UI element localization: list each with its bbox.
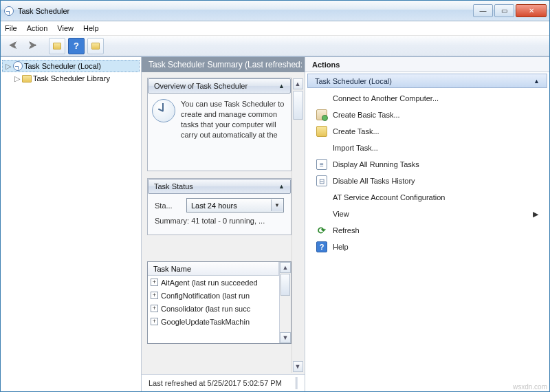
actions-subheader[interactable]: Task Scheduler (Local) ▲	[307, 74, 547, 88]
toolbar-btn-1[interactable]	[49, 38, 65, 54]
status-range-value: Last 24 hours	[191, 202, 237, 210]
overview-panel: Overview of Task Scheduler ▲ You can use…	[147, 78, 292, 171]
dropdown-icon[interactable]: ▼	[271, 199, 283, 211]
collapse-icon[interactable]: ▲	[534, 78, 540, 85]
center-column: Overview of Task Scheduler ▲ You can use…	[147, 78, 292, 373]
center-pane: Task Scheduler Summary (Last refreshed: …	[142, 57, 305, 391]
scroll-thumb[interactable]	[280, 274, 290, 296]
close-button[interactable]: ✕	[516, 4, 547, 17]
center-statusbar: Last refreshed at 5/25/2017 5:02:57 PM	[142, 374, 305, 391]
task-status-header[interactable]: Task Status ▲	[148, 179, 291, 194]
action-connect[interactable]: Connect to Another Computer...	[311, 90, 544, 107]
tree-library[interactable]: ▷ Task Scheduler Library	[2, 72, 140, 85]
action-create-task[interactable]: Create Task...	[311, 123, 544, 140]
tree-pane[interactable]: ▷ Task Scheduler (Local) ▷ Task Schedule…	[1, 57, 142, 391]
watermark: wsxdn.com	[513, 383, 547, 391]
action-help[interactable]: Help	[311, 239, 544, 255]
center-scrollbar[interactable]: ▲ ▼	[292, 78, 303, 373]
action-import-task[interactable]: Import Task...	[311, 140, 544, 156]
task-status-panel: Task Status ▲ Sta... Last 24 hours ▼ Sum…	[147, 178, 292, 235]
status-range-combo[interactable]: Last 24 hours ▼	[186, 198, 284, 213]
action-display-running[interactable]: Display All Running Tasks	[311, 156, 544, 173]
back-button[interactable]: ⮜	[5, 38, 21, 54]
tree-library-label: Task Scheduler Library	[33, 74, 110, 83]
scroll-up-icon[interactable]: ▲	[293, 78, 303, 89]
action-create-basic-task[interactable]: Create Basic Task...	[311, 107, 544, 123]
menu-view[interactable]: View	[57, 24, 74, 32]
app-icon	[3, 6, 14, 17]
clock-icon	[152, 99, 175, 122]
tree-root-label: Task Scheduler (Local)	[24, 62, 101, 70]
maximize-button[interactable]: ▭	[494, 4, 514, 17]
table-scrollbar[interactable]: ▲ ▼	[279, 262, 291, 343]
app-window: Task Scheduler — ▭ ✕ File Action View He…	[0, 0, 550, 392]
scroll-up-icon[interactable]: ▲	[280, 262, 291, 273]
expand-icon[interactable]: +	[151, 292, 158, 299]
tree-root[interactable]: ▷ Task Scheduler (Local)	[2, 60, 140, 72]
task-row[interactable]: +Consolidator (last run succ	[148, 302, 279, 315]
actions-list: Connect to Another Computer... Create Ba…	[305, 90, 549, 255]
history-icon	[316, 175, 327, 186]
action-view[interactable]: View ▶	[311, 206, 544, 222]
blank-icon	[316, 93, 327, 104]
task-row[interactable]: +ConfigNotification (last run	[148, 289, 279, 302]
blank-icon	[316, 208, 327, 219]
expand-icon[interactable]: +	[151, 305, 158, 312]
last-refreshed: Last refreshed at 5/25/2017 5:02:57 PM	[148, 379, 282, 387]
menu-file[interactable]: File	[5, 24, 17, 32]
minimize-button[interactable]: —	[473, 4, 493, 17]
blank-icon	[316, 192, 327, 203]
main-body: ▷ Task Scheduler (Local) ▷ Task Schedule…	[1, 56, 549, 391]
expand-icon[interactable]: ▷	[4, 62, 12, 71]
action-disable-history[interactable]: Disable All Tasks History	[311, 173, 544, 189]
overview-title: Overview of Task Scheduler	[154, 82, 248, 90]
titlebar[interactable]: Task Scheduler — ▭ ✕	[1, 1, 549, 21]
actions-pane: Actions Task Scheduler (Local) ▲ Connect…	[305, 57, 549, 391]
overview-body: You can use Task Scheduler to create and…	[148, 94, 291, 171]
task-icon	[316, 109, 327, 120]
scroll-down-icon[interactable]: ▼	[293, 361, 303, 372]
status-filter-row: Sta... Last 24 hours ▼	[148, 194, 291, 215]
toolbar: ⮜ ⮞ ?	[1, 36, 549, 56]
task-row[interactable]: +AitAgent (last run succeeded	[148, 276, 279, 289]
folder-icon	[22, 75, 32, 83]
clock-icon	[13, 61, 23, 71]
help-icon	[316, 241, 327, 252]
action-at-service[interactable]: AT Service Account Configuration	[311, 189, 544, 206]
expand-icon[interactable]: +	[151, 318, 158, 325]
status-label: Sta...	[155, 202, 181, 210]
folder-icon	[316, 126, 327, 137]
task-status-title: Task Status	[154, 182, 193, 190]
actions-subheader-label: Task Scheduler (Local)	[315, 77, 392, 85]
expand-icon[interactable]: ▷	[13, 74, 21, 83]
overview-header[interactable]: Overview of Task Scheduler ▲	[148, 78, 291, 94]
toolbar-help-button[interactable]: ?	[68, 38, 85, 54]
resize-grip[interactable]	[296, 377, 298, 389]
scroll-down-icon[interactable]: ▼	[280, 332, 291, 343]
center-header: Task Scheduler Summary (Last refreshed: …	[142, 57, 305, 72]
collapse-icon[interactable]: ▲	[278, 183, 285, 190]
toolbar-btn-3[interactable]	[87, 38, 104, 54]
action-refresh[interactable]: Refresh	[311, 222, 544, 239]
task-name-column: Task Name +AitAgent (last run succeeded …	[148, 262, 279, 343]
window-controls: — ▭ ✕	[472, 4, 547, 17]
actions-header: Actions	[305, 57, 549, 72]
scroll-thumb[interactable]	[293, 91, 303, 120]
expand-icon[interactable]: +	[151, 279, 158, 286]
blank-icon	[316, 142, 327, 153]
collapse-icon[interactable]: ▲	[278, 83, 285, 89]
window-title: Task Scheduler	[18, 7, 472, 15]
submenu-arrow-icon: ▶	[533, 210, 538, 219]
menu-action[interactable]: Action	[27, 24, 48, 32]
task-table[interactable]: Task Name +AitAgent (last run succeeded …	[147, 261, 292, 344]
menu-help[interactable]: Help	[83, 24, 99, 32]
center-body: Overview of Task Scheduler ▲ You can use…	[142, 72, 305, 374]
refresh-icon	[316, 225, 327, 236]
task-name-header[interactable]: Task Name	[148, 262, 279, 276]
menubar: File Action View Help	[1, 21, 549, 36]
status-summary: Summary: 41 total - 0 running, ...	[148, 215, 291, 230]
list-icon	[316, 159, 327, 170]
forward-button[interactable]: ⮞	[24, 38, 41, 54]
overview-text: You can use Task Scheduler to create and…	[181, 99, 287, 169]
task-row[interactable]: +GoogleUpdateTaskMachin	[148, 315, 279, 328]
